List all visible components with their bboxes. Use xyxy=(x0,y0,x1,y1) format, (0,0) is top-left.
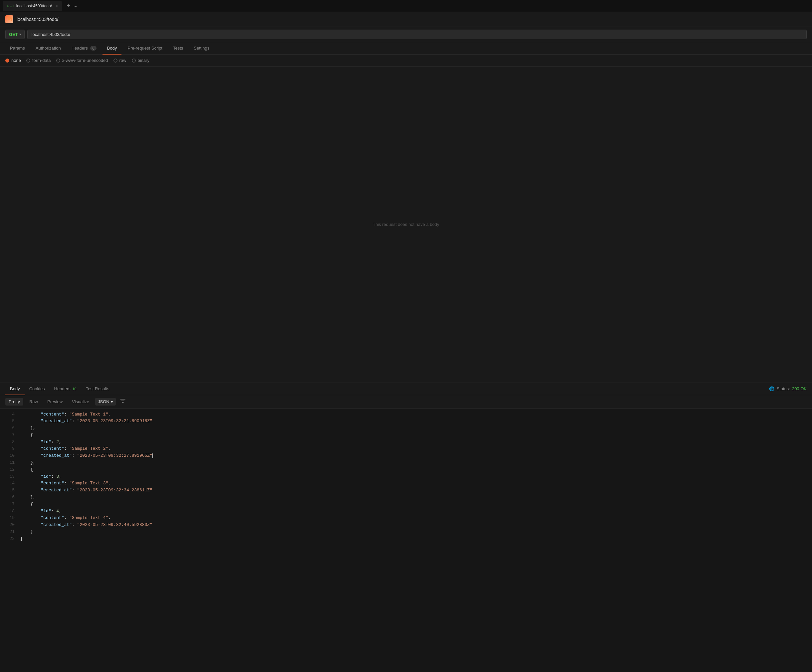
line-content: }, xyxy=(20,459,809,466)
line-number: 4 xyxy=(3,411,15,418)
line-content: "id": 2, xyxy=(20,439,809,446)
json-viewer[interactable]: 4 "content": "Sample Text 1",5 "created_… xyxy=(0,408,812,672)
status-indicator: 🌐 Status: 200 OK xyxy=(769,386,807,391)
tab-body-label: Body xyxy=(107,46,117,51)
json-line: 18 "id": 4, xyxy=(0,508,812,515)
url-input[interactable] xyxy=(27,30,807,39)
tab-body[interactable]: Body xyxy=(102,42,122,54)
line-content: "content": "Sample Text 4", xyxy=(20,515,809,522)
json-punct: { xyxy=(30,502,33,507)
json-punct: { xyxy=(30,467,33,472)
line-content: "created_at": "2023-05-23T09:32:21.89091… xyxy=(20,418,809,425)
format-type-chevron-icon: ▾ xyxy=(111,399,113,404)
tab-authorization[interactable]: Authorization xyxy=(31,42,66,54)
tab-headers[interactable]: Headers 6 xyxy=(67,42,101,54)
line-number: 12 xyxy=(3,466,15,473)
tab-prerequest-label: Pre-request Script xyxy=(128,46,162,51)
resp-tab-body[interactable]: Body xyxy=(5,383,25,395)
tab-params[interactable]: Params xyxy=(5,42,30,54)
tab-title: localhost:4503/todo/ xyxy=(16,3,52,9)
json-string: "Sample Text 3" xyxy=(69,481,108,486)
tab-tests-label: Tests xyxy=(173,46,183,51)
request-tabs: Params Authorization Headers 6 Body Pre-… xyxy=(0,42,812,54)
radio-none-label: none xyxy=(11,58,21,63)
json-line: 8 "id": 2, xyxy=(0,439,812,446)
format-visualize[interactable]: Visualize xyxy=(68,398,92,405)
json-punct: : xyxy=(64,412,70,417)
line-number: 15 xyxy=(3,487,15,494)
json-number: 3 xyxy=(56,474,59,479)
response-tabs-bar: Body Cookies Headers 10 Test Results 🌐 S… xyxy=(0,383,812,395)
line-content: "id": 3, xyxy=(20,473,809,480)
radio-none[interactable]: none xyxy=(5,58,21,63)
json-punct: : xyxy=(72,488,77,493)
body-empty-text: This request does not have a body xyxy=(373,222,439,227)
line-content: { xyxy=(20,432,809,439)
line-content: }, xyxy=(20,425,809,432)
line-number: 20 xyxy=(3,522,15,529)
json-key: "created_at" xyxy=(41,419,72,424)
json-punct: : xyxy=(72,419,77,424)
format-type-selector[interactable]: JSON ▾ xyxy=(95,398,116,405)
new-tab-button[interactable]: + xyxy=(65,2,72,10)
json-line: 10 "created_at": "2023-05-23T09:32:27.89… xyxy=(0,453,812,459)
json-line: 7 { xyxy=(0,432,812,439)
globe-icon: 🌐 xyxy=(769,386,774,391)
radio-binary-label: binary xyxy=(138,58,149,63)
json-string: "2023-05-23T09:32:21.890918Z" xyxy=(77,419,152,424)
radio-urlencoded[interactable]: x-www-form-urlencoded xyxy=(56,58,108,63)
method-chevron-icon: ▾ xyxy=(19,32,21,36)
tab-tests[interactable]: Tests xyxy=(168,42,188,54)
json-punct: , xyxy=(108,446,111,451)
line-content: ] xyxy=(20,536,809,543)
radio-raw[interactable]: raw xyxy=(113,58,126,63)
json-key: "content" xyxy=(41,481,64,486)
json-line: 21 } xyxy=(0,529,812,536)
format-preview[interactable]: Preview xyxy=(44,398,66,405)
json-punct: ] xyxy=(20,536,23,541)
radio-binary-dot xyxy=(132,59,136,63)
format-pretty[interactable]: Pretty xyxy=(5,398,23,405)
tab-close-button[interactable]: × xyxy=(55,3,58,9)
active-tab[interactable]: GET localhost:4503/todo/ × xyxy=(3,1,62,11)
json-string: "Sample Text 2" xyxy=(69,446,108,451)
line-number: 5 xyxy=(3,418,15,425)
json-punct: } xyxy=(30,529,33,534)
json-punct: , xyxy=(59,509,61,514)
json-key: "id" xyxy=(41,474,51,479)
json-line: 5 "created_at": "2023-05-23T09:32:21.890… xyxy=(0,418,812,425)
radio-binary[interactable]: binary xyxy=(132,58,149,63)
radio-form-data[interactable]: form-data xyxy=(26,58,51,63)
resp-tab-cookies-label: Cookies xyxy=(29,386,45,391)
more-tabs-button[interactable]: ··· xyxy=(73,3,78,9)
json-punct: : xyxy=(64,515,70,520)
json-punct: : xyxy=(51,509,56,514)
resp-tab-test-results[interactable]: Test Results xyxy=(81,383,114,395)
resp-tab-body-label: Body xyxy=(10,386,20,391)
tab-settings[interactable]: Settings xyxy=(189,42,214,54)
format-raw[interactable]: Raw xyxy=(26,398,41,405)
line-number: 8 xyxy=(3,439,15,446)
json-line: 13 "id": 3, xyxy=(0,473,812,480)
body-options: none form-data x-www-form-urlencoded raw… xyxy=(0,54,812,66)
filter-icon[interactable] xyxy=(120,398,126,405)
json-punct: }, xyxy=(30,425,36,430)
line-content: "created_at": "2023-05-23T09:32:27.89196… xyxy=(20,453,809,459)
json-key: "id" xyxy=(41,509,51,514)
json-line: 16 }, xyxy=(0,494,812,501)
resp-tab-headers[interactable]: Headers 10 xyxy=(49,383,81,395)
json-line: 15 "created_at": "2023-05-23T09:32:34.23… xyxy=(0,487,812,494)
json-punct: : xyxy=(64,481,70,486)
tab-prerequest[interactable]: Pre-request Script xyxy=(123,42,167,54)
line-number: 7 xyxy=(3,432,15,439)
json-key: "id" xyxy=(41,439,51,444)
line-content: } xyxy=(20,529,809,536)
json-key: "content" xyxy=(41,412,64,417)
line-number: 11 xyxy=(3,459,15,466)
status-code: 200 OK xyxy=(792,386,807,391)
line-content: "content": "Sample Text 3", xyxy=(20,480,809,487)
resp-tab-cookies[interactable]: Cookies xyxy=(25,383,49,395)
method-selector[interactable]: GET ▾ xyxy=(5,30,25,39)
json-punct: { xyxy=(30,432,33,437)
json-string: "2023-05-23T09:32:27.891965Z" xyxy=(77,453,152,458)
